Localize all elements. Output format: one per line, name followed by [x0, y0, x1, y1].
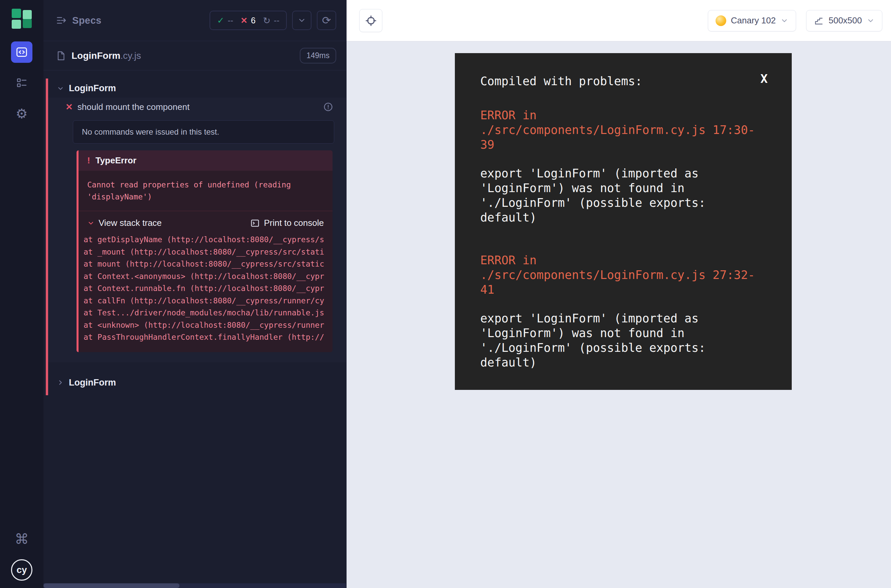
suite-name: LoginForm — [69, 83, 116, 93]
pending-count: -- — [274, 16, 279, 26]
spec-file-extension: .cy.js — [120, 51, 141, 61]
sidebar-item-settings[interactable]: ⚙ — [11, 103, 32, 124]
stack-trace: at getDisplayName (http://localhost:8080… — [78, 232, 332, 352]
chevron-down-icon — [57, 85, 64, 92]
spec-duration-badge: 149ms — [300, 48, 336, 63]
app-sidebar: ⚙ ⌘ cy — [0, 0, 44, 588]
failed-test-attempt: ✕ should mount the component No commands… — [48, 98, 346, 362]
browser-select[interactable]: Canary 102 — [708, 10, 796, 32]
refresh-icon: ⟳ — [322, 15, 331, 26]
cypress-logo — [12, 9, 32, 29]
passed-icon: ✓ — [217, 15, 224, 26]
gear-icon: ⚙ — [16, 107, 28, 120]
viewport-size-icon — [814, 16, 824, 26]
stack-trace-header: View stack trace Print to console — [78, 211, 332, 232]
error-message: Cannot read properties of undefined (rea… — [78, 171, 332, 211]
compile-error-location: ERROR in ./src/components/LoginForm.cy.j… — [480, 253, 766, 297]
stack-line: at callFn (http://localhost:8080/__cypre… — [84, 295, 332, 307]
specs-panel: Specs ✓ -- ✕ 6 ↻ -- — [44, 0, 347, 588]
error-panel: ! TypeError Cannot read properties of un… — [77, 150, 332, 352]
error-header: ! TypeError — [78, 150, 332, 171]
test-title: should mount the component — [78, 102, 318, 112]
stack-line: at getDisplayName (http://localhost:8080… — [84, 234, 332, 246]
cy-logo-label: cy — [17, 565, 27, 575]
error-name: TypeError — [96, 155, 136, 166]
aut-area: Canary 102 500x500 X Com — [347, 0, 891, 588]
passed-count: -- — [228, 16, 233, 26]
compile-error-message: export 'LoginForm' (imported as 'LoginFo… — [480, 166, 766, 225]
aut-header: Canary 102 500x500 — [347, 0, 891, 41]
stat-passed: ✓ -- — [217, 15, 233, 26]
test-stats: ✓ -- ✕ 6 ↻ -- — [210, 11, 287, 30]
panel-title: Specs — [72, 15, 101, 26]
chevron-down-icon — [298, 16, 306, 25]
rerun-tests-button[interactable]: ⟳ — [317, 11, 336, 30]
file-icon — [56, 51, 66, 61]
failed-icon: ✕ — [240, 16, 248, 26]
checklist-icon — [16, 77, 28, 89]
sidebar-item-runs[interactable] — [11, 72, 32, 93]
test-results-area: LoginForm ✕ should mount the component — [44, 70, 346, 588]
component-testing-icon — [15, 46, 28, 58]
print-to-console-label: Print to console — [264, 218, 324, 228]
stack-line: at mount (http://localhost:8080/__cypres… — [84, 258, 332, 270]
compile-error-message: export 'LoginForm' (imported as 'LoginFo… — [480, 311, 766, 370]
stat-failed: ✕ 6 — [240, 16, 255, 26]
viewport-select[interactable]: 500x500 — [806, 10, 882, 32]
view-stack-trace-toggle[interactable]: View stack trace — [87, 218, 162, 228]
console-icon — [250, 218, 260, 228]
exclamation-icon: ! — [87, 155, 90, 166]
stack-line: at <unknown> (http://localhost:8080/__cy… — [84, 319, 332, 332]
failed-suite-block: LoginForm ✕ should mount the component — [46, 78, 346, 395]
command-icon: ⌘ — [15, 532, 29, 546]
test-failed-icon: ✕ — [66, 102, 73, 112]
spec-file-name: LoginForm — [72, 51, 120, 61]
stack-line: at PassThroughHandlerContext.finallyHand… — [84, 331, 332, 344]
chevron-right-icon — [57, 379, 64, 386]
stack-line: at _mount (http://localhost:8080/__cypre… — [84, 246, 332, 258]
keyboard-shortcuts-button[interactable]: ⌘ — [11, 528, 32, 550]
no-commands-message: No commands were issued in this test. — [73, 120, 334, 144]
scrollbar-thumb[interactable] — [44, 584, 179, 588]
compile-error-location: ERROR in ./src/components/LoginForm.cy.j… — [480, 108, 766, 152]
cypress-version-badge[interactable]: cy — [11, 559, 32, 580]
app: ⚙ ⌘ cy Specs ✓ -- — [0, 0, 891, 588]
compile-error: ERROR in ./src/components/LoginForm.cy.j… — [480, 253, 766, 370]
overlay-close-button[interactable]: X — [760, 72, 768, 86]
stack-line: at Context.<anonymous> (http://localhost… — [84, 270, 332, 283]
suite-row-loginform[interactable]: LoginForm — [48, 80, 346, 97]
compile-error: ERROR in ./src/components/LoginForm.cy.j… — [480, 108, 766, 225]
selector-playground-button[interactable] — [359, 9, 382, 32]
collapse-tests-button[interactable] — [292, 11, 311, 30]
view-stack-trace-label: View stack trace — [99, 218, 162, 228]
canary-browser-icon — [715, 15, 726, 26]
specs-panel-header: Specs ✓ -- ✕ 6 ↻ -- — [44, 0, 346, 41]
chevron-down-icon — [87, 219, 95, 227]
overlay-title: Compiled with problems: — [480, 74, 766, 88]
viewport-select-label: 500x500 — [828, 15, 862, 26]
sidebar-item-specs[interactable] — [11, 41, 32, 63]
failed-count: 6 — [251, 16, 255, 26]
stack-line: at Context.runnable.fn (http://localhost… — [84, 282, 332, 295]
specs-icon — [56, 15, 67, 26]
print-to-console-button[interactable]: Print to console — [250, 218, 324, 228]
spec-file-row[interactable]: LoginForm.cy.js 149ms — [44, 41, 346, 70]
browser-select-label: Canary 102 — [731, 15, 776, 26]
pending-icon: ↻ — [263, 15, 271, 26]
chevron-down-icon — [780, 17, 789, 25]
horizontal-scrollbar[interactable] — [44, 584, 346, 588]
stack-line: at Test.../driver/node_modules/mocha/lib… — [84, 307, 332, 319]
test-row[interactable]: ✕ should mount the component — [48, 98, 346, 116]
alert-circle-icon[interactable] — [323, 102, 334, 112]
suite-row-loginform-collapsed[interactable]: LoginForm — [48, 374, 346, 391]
stat-pending: ↻ -- — [263, 15, 279, 26]
crosshair-icon — [365, 15, 377, 27]
suite-name: LoginForm — [69, 378, 116, 388]
chevron-down-icon — [867, 17, 874, 25]
webpack-error-overlay: X Compiled with problems: ERROR in ./src… — [455, 53, 792, 390]
